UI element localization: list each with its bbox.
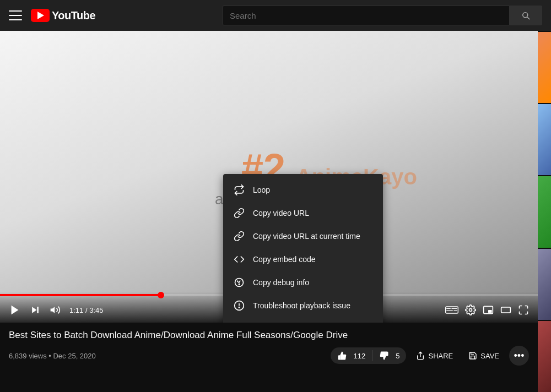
share-label: SHARE: [428, 352, 453, 360]
thumbs-up-icon: [337, 351, 347, 361]
youtube-wordmark: YouTube: [52, 9, 95, 22]
svg-point-15: [469, 309, 472, 312]
svg-marker-9: [51, 307, 55, 313]
settings-icon: [465, 304, 476, 315]
thumbs-down-icon: [379, 351, 389, 361]
troubleshoot-icon: [233, 300, 245, 312]
play-button[interactable]: [7, 302, 23, 318]
share-button[interactable]: SHARE: [410, 348, 458, 363]
progress-fill: [0, 294, 161, 296]
volume-icon: [50, 304, 61, 315]
dislike-button[interactable]: 5: [372, 347, 406, 364]
fullscreen-icon: [518, 304, 529, 315]
svg-rect-8: [37, 307, 39, 313]
more-icon: •••: [514, 350, 525, 362]
copy-url-time-label: Copy video URL at current time: [253, 232, 360, 241]
save-icon: [468, 351, 477, 360]
svg-point-1: [239, 284, 239, 285]
like-button[interactable]: 112: [331, 347, 372, 364]
theater-icon: [500, 304, 511, 315]
share-icon: [416, 351, 425, 360]
context-menu-troubleshoot[interactable]: Troubleshoot playback issue: [223, 294, 383, 317]
svg-marker-6: [12, 306, 19, 315]
svg-rect-10: [446, 307, 458, 313]
video-meta-left: 6,839 views • Dec 25, 2020: [9, 352, 96, 360]
miniplayer-icon: [483, 304, 494, 315]
more-button[interactable]: •••: [509, 346, 529, 366]
copy-url-label: Copy video URL: [253, 209, 309, 217]
sidebar-thumb-3[interactable]: [538, 176, 551, 247]
time-display: 1:11 / 3:45: [69, 306, 103, 314]
search-button[interactable]: [509, 6, 542, 25]
like-count: 112: [354, 352, 366, 360]
theater-button[interactable]: [498, 302, 514, 318]
svg-rect-11: [446, 308, 451, 309]
svg-rect-12: [451, 308, 457, 309]
sidebar-thumb-4[interactable]: [538, 249, 551, 320]
svg-point-3: [239, 307, 239, 308]
context-menu-copy-url[interactable]: Copy video URL: [223, 202, 383, 225]
troubleshoot-label: Troubleshoot playback issue: [253, 301, 350, 310]
link-clock-icon: [233, 230, 245, 242]
hamburger-menu[interactable]: [9, 9, 22, 22]
fullscreen-button[interactable]: [516, 302, 531, 318]
right-controls: [443, 302, 531, 318]
context-menu-copy-embed[interactable]: Copy embed code: [223, 248, 383, 271]
sidebar-thumb-2[interactable]: [538, 104, 551, 175]
play-icon: [9, 304, 21, 316]
subtitles-button[interactable]: [443, 304, 461, 316]
debug-icon: [233, 276, 245, 288]
svg-rect-14: [453, 311, 457, 311]
next-icon: [30, 304, 41, 315]
video-info: Best Sites to Batch Download Anime/Downl…: [0, 323, 538, 370]
settings-button[interactable]: [463, 302, 478, 318]
main-content: #2. animekayo.com AnimeKayo: [0, 31, 551, 392]
link-icon: [233, 207, 245, 219]
subtitles-icon: [445, 306, 458, 314]
search-icon: [521, 10, 531, 20]
video-meta-row: 6,839 views • Dec 25, 2020 112: [9, 346, 529, 366]
miniplayer-button[interactable]: [480, 302, 496, 318]
sidebar-thumb-1[interactable]: [538, 32, 551, 103]
search-container: [223, 6, 542, 25]
svg-rect-13: [446, 311, 453, 311]
context-menu: Loop Copy video URL: [223, 174, 383, 323]
video-player[interactable]: #2. animekayo.com AnimeKayo: [0, 31, 538, 323]
copy-debug-label: Copy debug info: [253, 278, 309, 287]
context-menu-copy-debug[interactable]: Copy debug info: [223, 271, 383, 294]
dislike-count: 5: [396, 352, 399, 360]
top-nav: YouTube: [0, 0, 551, 31]
save-label: SAVE: [480, 352, 499, 360]
youtube-logo[interactable]: YouTube: [31, 9, 95, 22]
search-input[interactable]: [223, 6, 509, 25]
volume-button[interactable]: [47, 302, 63, 318]
view-count: 6,839 views: [9, 352, 47, 360]
like-dislike-section: 112 5: [331, 347, 407, 364]
sidebar-thumb-5[interactable]: [538, 321, 551, 392]
video-meta-right: 112 5 SHARE: [331, 346, 529, 366]
next-button[interactable]: [28, 302, 43, 318]
context-menu-stats[interactable]: Stats for nerds: [223, 317, 383, 323]
video-area: #2. animekayo.com AnimeKayo: [0, 31, 538, 392]
svg-rect-18: [501, 307, 511, 313]
embed-icon: [233, 253, 245, 265]
video-title: Best Sites to Batch Download Anime/Downl…: [9, 329, 529, 341]
right-sidebar: [538, 31, 551, 392]
loop-label: Loop: [253, 186, 270, 194]
youtube-icon: [31, 9, 50, 22]
context-menu-loop[interactable]: Loop: [223, 178, 383, 202]
loop-icon: [233, 184, 245, 196]
svg-marker-7: [32, 307, 36, 313]
context-menu-copy-url-time[interactable]: Copy video URL at current time: [223, 225, 383, 248]
svg-rect-17: [488, 310, 492, 313]
upload-date: Dec 25, 2020: [53, 352, 95, 360]
save-button[interactable]: SAVE: [463, 348, 505, 363]
copy-embed-label: Copy embed code: [253, 255, 316, 264]
